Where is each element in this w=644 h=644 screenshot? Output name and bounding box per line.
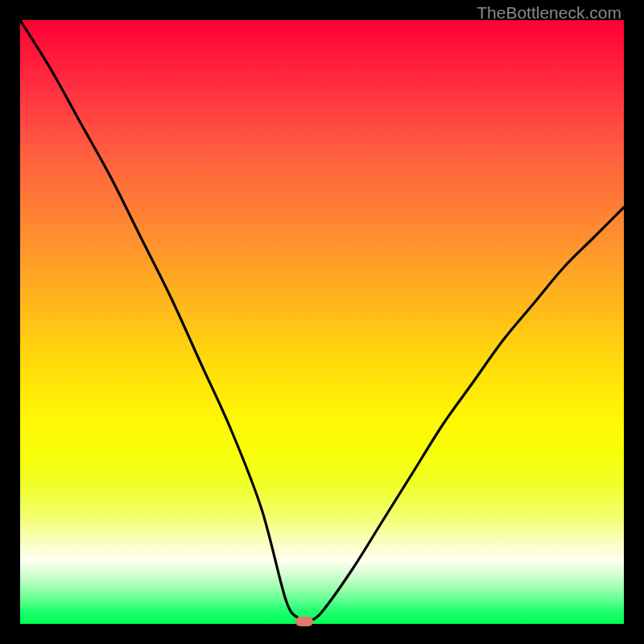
optimal-point-marker	[295, 617, 313, 626]
watermark-text: TheBottleneck.com	[477, 3, 621, 23]
plot-area	[20, 20, 624, 624]
curve-svg	[20, 20, 624, 624]
chart-frame: TheBottleneck.com	[0, 0, 644, 644]
bottleneck-curve	[20, 20, 624, 621]
